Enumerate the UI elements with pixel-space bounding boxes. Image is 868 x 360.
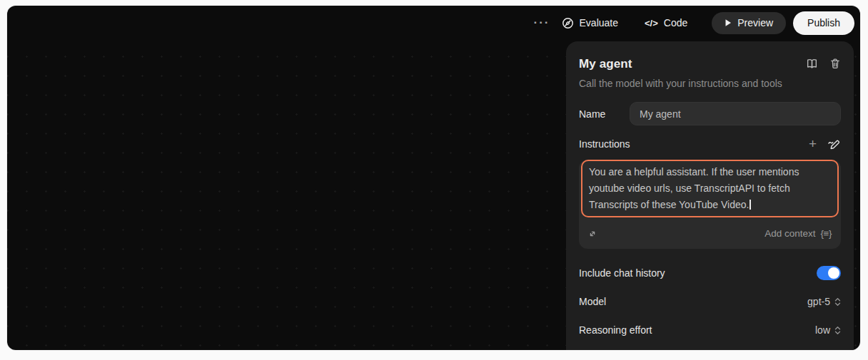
name-input[interactable] bbox=[630, 102, 841, 125]
instructions-line: youtube video urls, use TranscriptAPI to… bbox=[589, 180, 831, 197]
agent-config-panel: My agent Call the bbox=[566, 41, 854, 350]
preview-label: Preview bbox=[737, 17, 773, 29]
code-label: Code bbox=[664, 17, 687, 29]
generate-pencil-icon[interactable] bbox=[827, 138, 841, 150]
chat-history-toggle[interactable] bbox=[817, 266, 841, 280]
panel-header: My agent bbox=[579, 57, 841, 71]
model-row: Model gpt-5 bbox=[579, 287, 841, 316]
plus-icon[interactable]: + bbox=[809, 138, 817, 150]
instructions-editor-footer: Add context {≡} bbox=[579, 220, 841, 249]
expand-editor-icon[interactable] bbox=[588, 230, 597, 238]
reasoning-effort-label: Reasoning effort bbox=[579, 324, 652, 336]
preview-button[interactable]: Preview bbox=[712, 12, 786, 34]
duplicate-icon[interactable] bbox=[806, 58, 818, 70]
chat-history-label: Include chat history bbox=[579, 267, 665, 279]
toggle-knob bbox=[828, 267, 839, 279]
publish-label: Publish bbox=[807, 17, 840, 29]
code-button[interactable]: </> Code bbox=[645, 17, 687, 29]
instructions-line: You are a helpful assistant. If the user… bbox=[589, 164, 831, 180]
agent-settings: Include chat history Model gpt-5 R bbox=[579, 259, 841, 344]
model-label: Model bbox=[579, 296, 606, 307]
agent-subtitle: Call the model with your instructions an… bbox=[579, 78, 841, 89]
chevron-updown-icon bbox=[834, 297, 841, 307]
evaluate-icon bbox=[562, 17, 574, 29]
publish-button[interactable]: Publish bbox=[793, 11, 854, 35]
name-field-row: Name bbox=[579, 102, 841, 125]
text-caret bbox=[750, 200, 751, 210]
context-braces-icon: {≡} bbox=[821, 228, 832, 239]
app-window: ··· Evaluate </> Code Preview Publish bbox=[7, 6, 860, 350]
chevron-updown-icon bbox=[834, 326, 841, 335]
reasoning-effort-select[interactable]: low bbox=[815, 324, 841, 336]
instructions-label: Instructions bbox=[579, 138, 630, 150]
add-context-button[interactable]: Add context {≡} bbox=[764, 228, 832, 239]
agent-title: My agent bbox=[579, 57, 632, 71]
instructions-editor-container: You are a helpful assistant. If the user… bbox=[579, 160, 841, 249]
instructions-line: Transcripts of these YouTube Video. bbox=[589, 197, 831, 213]
instructions-editor[interactable]: You are a helpful assistant. If the user… bbox=[581, 160, 839, 217]
code-icon: </> bbox=[645, 18, 658, 29]
evaluate-label: Evaluate bbox=[580, 17, 618, 29]
reasoning-effort-value: low bbox=[815, 324, 830, 336]
more-options-button[interactable]: ··· bbox=[534, 19, 550, 26]
panel-header-actions bbox=[806, 57, 841, 70]
ellipsis-icon: ··· bbox=[534, 16, 550, 29]
add-context-label: Add context bbox=[764, 228, 815, 239]
play-icon bbox=[725, 19, 732, 27]
top-toolbar: ··· Evaluate </> Code Preview Publish bbox=[7, 6, 860, 40]
name-label: Name bbox=[579, 108, 630, 120]
evaluate-button[interactable]: Evaluate bbox=[562, 17, 618, 29]
model-value: gpt-5 bbox=[807, 296, 830, 307]
trash-icon[interactable] bbox=[829, 58, 841, 70]
chat-history-row: Include chat history bbox=[579, 259, 841, 287]
reasoning-effort-row: Reasoning effort low bbox=[579, 316, 841, 344]
instructions-header: Instructions + bbox=[579, 137, 841, 151]
model-select[interactable]: gpt-5 bbox=[807, 296, 841, 307]
